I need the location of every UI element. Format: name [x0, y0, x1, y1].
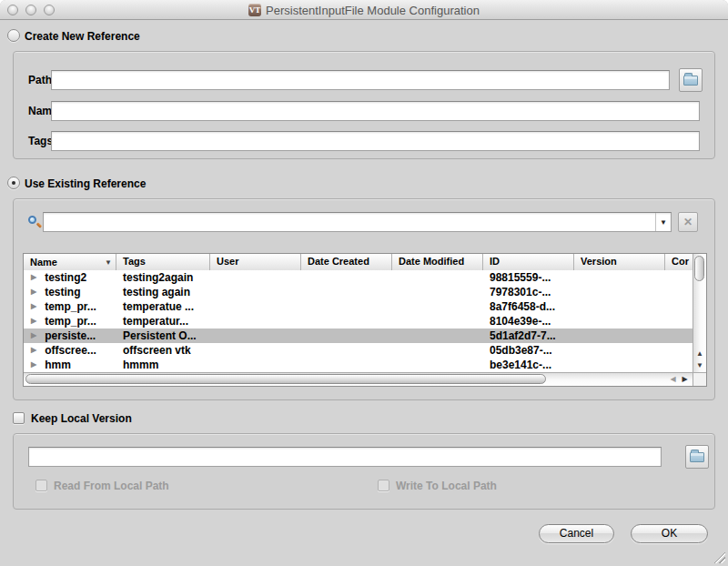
horizontal-scrollbar[interactable]: ◀ ▶	[24, 372, 693, 386]
use-existing-reference-radio[interactable]	[7, 177, 20, 189]
keep-local-version-checkbox[interactable]	[13, 412, 25, 424]
table-row[interactable]: ▶testing2 testing2again 98815559-...	[24, 270, 693, 285]
window-title: PersistentInputFile Module Configuration	[266, 4, 480, 17]
reference-table: Name ▼ Tags User Date Created Date Modif…	[23, 253, 707, 387]
search-icon	[27, 215, 42, 229]
table-row[interactable]: ▶testing testing again 7978301c-...	[24, 285, 693, 299]
browse-local-path-button[interactable]	[685, 445, 709, 469]
search-combobox[interactable]: ▼	[43, 212, 672, 232]
create-new-reference-label: Create New Reference	[25, 29, 140, 44]
keep-local-version-label: Keep Local Version	[31, 411, 132, 426]
column-header-user[interactable]: User	[210, 254, 301, 270]
name-input[interactable]	[51, 101, 700, 121]
horizontal-scrollbar-thumb[interactable]	[25, 374, 546, 384]
sort-descending-icon: ▼	[105, 255, 112, 270]
table-row[interactable]: ▶offscree... offscreen vtk 05db3e87-...	[24, 343, 693, 358]
vertical-scrollbar-thumb[interactable]	[694, 256, 704, 281]
cancel-button[interactable]: Cancel	[539, 524, 614, 543]
persistent-input-file-dialog: VT PersistentInputFile Module Configurat…	[0, 0, 728, 566]
clear-search-button[interactable]: ✕	[678, 212, 698, 232]
table-row[interactable]: ▶temp_pr... temperatur... 8104e39e-...	[24, 314, 693, 328]
existing-reference-group: ▼ ✕ Name ▼ Tags User Date Created Date M…	[13, 198, 715, 400]
scroll-right-icon[interactable]: ▶	[679, 373, 691, 386]
table-row[interactable]: ▶temp_pr... temperatue ... 8a7f6458-d...	[24, 299, 693, 314]
chevron-down-icon[interactable]: ▼	[655, 213, 671, 231]
column-header-tags[interactable]: Tags	[116, 254, 210, 270]
table-header: Name ▼ Tags User Date Created Date Modif…	[24, 254, 693, 270]
local-path-group: Read From Local Path Write To Local Path	[13, 433, 715, 510]
new-reference-group: Path: Name: Tags:	[13, 51, 715, 159]
disclosure-triangle-icon[interactable]: ▶	[31, 314, 36, 328]
path-input[interactable]	[51, 70, 670, 90]
vistrails-app-icon: VT	[248, 4, 261, 16]
disclosure-triangle-icon[interactable]: ▶	[31, 299, 36, 314]
column-header-content[interactable]: Cor	[665, 254, 693, 270]
browse-path-button[interactable]	[679, 68, 703, 92]
close-icon: ✕	[683, 216, 693, 228]
disclosure-triangle-icon[interactable]: ▶	[31, 328, 36, 343]
ok-button[interactable]: OK	[631, 524, 708, 543]
tags-input[interactable]	[51, 131, 700, 151]
column-header-date-created[interactable]: Date Created	[301, 254, 392, 270]
table-row[interactable]: ▶hmm hmmm be3e141c-...	[24, 358, 693, 372]
title-area: VT PersistentInputFile Module Configurat…	[0, 0, 728, 20]
write-to-local-path-label: Write To Local Path	[396, 479, 497, 493]
read-from-local-path-checkbox[interactable]	[35, 480, 47, 491]
column-header-name[interactable]: Name ▼	[24, 254, 116, 270]
column-header-version[interactable]: Version	[574, 254, 665, 270]
vertical-scrollbar[interactable]: ▲ ▼	[693, 254, 706, 372]
create-new-reference-radio[interactable]	[7, 29, 20, 42]
scrollbar-corner	[693, 372, 706, 386]
resize-grip[interactable]	[713, 551, 725, 563]
scroll-up-icon[interactable]: ▲	[693, 348, 706, 359]
table-row-selected[interactable]: ▶persiste... Persistent O... 5d1af2d7-7.…	[24, 328, 693, 343]
folder-icon	[690, 452, 704, 462]
table-viewport: Name ▼ Tags User Date Created Date Modif…	[24, 254, 693, 372]
column-header-date-modified[interactable]: Date Modified	[392, 254, 483, 270]
scroll-left-icon[interactable]: ◀	[667, 373, 679, 386]
title-bar[interactable]: VT PersistentInputFile Module Configurat…	[0, 0, 728, 20]
read-from-local-path-label: Read From Local Path	[54, 479, 169, 493]
disclosure-triangle-icon[interactable]: ▶	[31, 285, 36, 299]
local-path-input[interactable]	[28, 447, 662, 467]
disclosure-triangle-icon[interactable]: ▶	[31, 270, 36, 285]
folder-icon	[683, 76, 698, 86]
column-header-id[interactable]: ID	[483, 254, 574, 270]
use-existing-reference-label: Use Existing Reference	[25, 177, 146, 191]
disclosure-triangle-icon[interactable]: ▶	[31, 343, 36, 358]
disclosure-triangle-icon[interactable]: ▶	[31, 358, 36, 372]
write-to-local-path-checkbox[interactable]	[378, 480, 389, 491]
scroll-down-icon[interactable]: ▼	[693, 359, 706, 371]
